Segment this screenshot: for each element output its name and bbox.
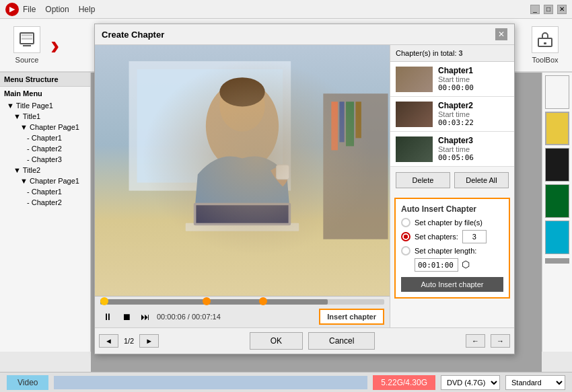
tree-title1[interactable]: ▼ Title1	[0, 111, 90, 122]
video-scene	[95, 45, 390, 296]
delete-button[interactable]: Delete	[396, 172, 450, 188]
time-spinner[interactable]: ⬡	[462, 259, 470, 270]
dialog-body: ⏸ ⏹ ⏭ 00:00:06 / 00:07:14 Insert chapter…	[95, 45, 514, 327]
skip-button[interactable]: ⏭	[138, 309, 153, 324]
radio-chapter-length[interactable]	[401, 246, 410, 256]
stop-button[interactable]: ⏹	[119, 309, 134, 324]
chapter-name-2: Chapter2	[438, 101, 474, 110]
chapter-time-label-3: Start time	[438, 145, 474, 153]
dialog-close-button[interactable]: ✕	[495, 28, 507, 40]
toolbox-label: ToolBox	[532, 56, 558, 64]
chapter-item-3[interactable]: Chapter3 Start time 00:05:06	[390, 132, 514, 167]
chapter-length-input[interactable]	[415, 258, 458, 272]
marker-start[interactable]	[100, 297, 108, 305]
chapter-thumb-3	[396, 136, 433, 162]
scrollbar-thumb[interactable]	[545, 258, 569, 264]
app-icon: ▶	[5, 3, 19, 16]
svg-rect-5	[544, 42, 546, 44]
auto-insert-section: Auto Insert Chapter Set chapter by file(…	[394, 198, 510, 299]
source-button[interactable]: Source	[7, 22, 47, 69]
radio-set-chapters[interactable]	[401, 232, 410, 241]
delete-all-button[interactable]: Delete All	[454, 172, 509, 188]
source-icon	[13, 26, 40, 53]
chapters-count-input[interactable]	[462, 230, 487, 243]
chapter-total: Chapter(s) in total: 3	[390, 45, 514, 62]
menu-option[interactable]: Option	[45, 5, 69, 14]
tree-chapter1-t2[interactable]: - Chapter1	[0, 186, 90, 197]
swatch-2[interactable]	[545, 112, 569, 145]
arrow-left-button[interactable]: ←	[466, 334, 485, 348]
radio-row-3: Set chapter length:	[401, 246, 503, 256]
auto-insert-chapter-button[interactable]: Auto Insert chapter	[401, 277, 503, 292]
tree-chapter3-t1[interactable]: - Chapter3	[0, 154, 90, 165]
panel-header: Menu Structure	[0, 73, 90, 87]
chapter-total-value: 3	[459, 49, 463, 57]
window-controls: _ □ ✕	[530, 5, 567, 14]
chapter-item-2[interactable]: Chapter2 Start time 00:03:22	[390, 97, 514, 132]
nav-next-button[interactable]: ►	[139, 334, 159, 348]
swatch-5[interactable]	[545, 221, 569, 254]
status-size: 5.22G/4.30G	[373, 375, 435, 390]
cancel-button[interactable]: Cancel	[308, 332, 375, 350]
radio-row-2: Set chapters:	[401, 230, 503, 243]
close-button[interactable]: ✕	[557, 5, 567, 14]
dialog-titlebar: Create Chapter ✕	[95, 24, 514, 45]
chapter-info-3: Chapter3 Start time 00:05:06	[438, 136, 474, 162]
tree-chapter-page1-t1[interactable]: ▼ Chapter Page1	[0, 122, 90, 132]
ok-button[interactable]: OK	[250, 332, 303, 350]
scene-overlay	[95, 45, 390, 296]
svg-rect-2	[22, 38, 32, 40]
nav-prev-button[interactable]: ◄	[99, 334, 118, 348]
marker-chapter2[interactable]	[203, 297, 211, 305]
video-display	[95, 45, 390, 296]
tree-main-menu[interactable]: Main Menu	[0, 87, 90, 100]
svg-rect-1	[22, 34, 32, 36]
tree-title-page1[interactable]: ▼ Title Page1	[0, 100, 90, 111]
format-select[interactable]: DVD (4.7G) DVD (8.5G)	[441, 375, 500, 390]
status-video-label: Video	[7, 375, 48, 390]
tree-chapter1-t1[interactable]: - Chapter1	[0, 132, 90, 143]
chapter-thumb-1	[396, 67, 433, 92]
swatch-1[interactable]	[545, 75, 569, 109]
menu-file[interactable]: File	[23, 5, 36, 14]
chapter-info-2: Chapter2 Start time 00:03:22	[438, 101, 474, 127]
tree-title2[interactable]: ▼ Title2	[0, 165, 90, 175]
chapter-thumb-2	[396, 102, 433, 127]
svg-rect-3	[23, 45, 31, 46]
chapter-total-label: Chapter(s) in total:	[396, 49, 456, 57]
swatch-4[interactable]	[545, 184, 569, 218]
chapter-time-label-2: Start time	[438, 110, 474, 118]
chapter-list-panel: Chapter(s) in total: 3 Chapter1 Start ti…	[390, 45, 514, 327]
chapter-name-3: Chapter3	[438, 136, 474, 145]
tree-chapter2-t1[interactable]: - Chapter2	[0, 143, 90, 154]
chapter-item-1[interactable]: Chapter1 Start time 00:00:00	[390, 62, 514, 97]
auto-insert-title: Auto Insert Chapter	[401, 204, 503, 214]
minimize-button[interactable]: _	[530, 5, 540, 14]
time-input-row: ⬡	[401, 258, 503, 272]
right-panel	[542, 73, 572, 352]
toolbox-swatches	[542, 73, 572, 266]
menu-help[interactable]: Help	[79, 5, 96, 14]
page-info: 1/2	[124, 337, 134, 345]
source-label: Source	[15, 56, 39, 64]
tree-chapter2-t2[interactable]: - Chapter2	[0, 197, 90, 208]
chapter-time-3: 00:05:06	[438, 153, 474, 162]
pause-button[interactable]: ⏸	[100, 309, 115, 324]
toolbox-button[interactable]: ToolBox	[525, 22, 565, 69]
controls-row: ⏸ ⏹ ⏭ 00:00:06 / 00:07:14 Insert chapter	[100, 309, 384, 325]
maximize-button[interactable]: □	[544, 5, 553, 14]
chapter-time-label-1: Start time	[438, 75, 474, 83]
radio-by-file[interactable]	[401, 218, 410, 227]
dialog-title: Create Chapter	[102, 30, 164, 40]
tree-chapter-page1-t2[interactable]: ▼ Chapter Page1	[0, 175, 90, 186]
standard-select[interactable]: Standard Widescreen	[505, 375, 565, 390]
progress-bar[interactable]	[100, 299, 384, 305]
toolbox-icon	[532, 26, 559, 53]
insert-chapter-button[interactable]: Insert chapter	[319, 309, 384, 325]
chapter-time-1: 00:00:00	[438, 83, 474, 92]
status-progress	[54, 376, 367, 389]
arrow-right-button[interactable]: →	[491, 334, 510, 348]
swatch-3[interactable]	[545, 148, 569, 182]
video-controls: ⏸ ⏹ ⏭ 00:00:06 / 00:07:14 Insert chapter	[95, 296, 390, 327]
radio-set-chapters-label: Set chapters:	[415, 233, 458, 241]
